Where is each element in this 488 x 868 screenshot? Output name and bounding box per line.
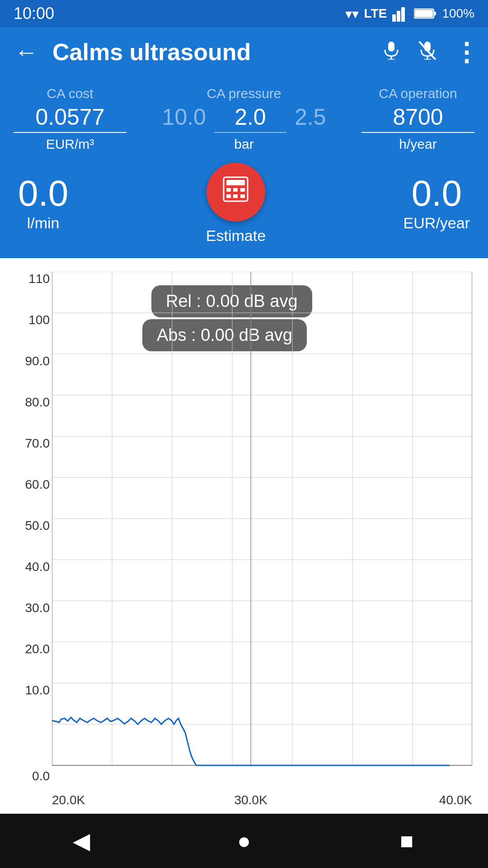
x-label-40k: 40.0K (439, 793, 472, 807)
signal-icon (392, 5, 408, 22)
header-panel: CA cost EUR/m³ CA pressure 10.0 2.5 bar … (0, 77, 488, 258)
y-label-110: 110 (28, 272, 50, 286)
flow-value: 0.0 (18, 175, 68, 212)
svg-rect-20 (240, 194, 245, 198)
estimate-label: Estimate (206, 227, 266, 245)
y-label-10: 10.0 (25, 683, 50, 698)
svg-rect-4 (434, 12, 436, 15)
svg-rect-6 (388, 42, 394, 52)
ca-cost-input[interactable] (14, 104, 127, 133)
ca-pressure-input[interactable] (214, 104, 286, 133)
y-label-60: 60.0 (25, 477, 50, 492)
chart-svg (52, 272, 472, 783)
ca-operation-label: CA operation (379, 86, 457, 101)
y-label-100: 100 (28, 313, 50, 327)
ca-pressure-unit: bar (234, 137, 253, 152)
chart-area: 110 100 90.0 80.0 70.0 60.0 50.0 40.0 30… (0, 258, 488, 837)
svg-rect-1 (397, 11, 400, 22)
y-label-50: 50.0 (25, 519, 50, 533)
battery-icon (414, 7, 436, 20)
svg-rect-15 (226, 188, 231, 192)
x-label-30k: 30.0K (234, 793, 267, 807)
svg-rect-0 (392, 14, 396, 22)
y-label-0: 0.0 (32, 769, 50, 783)
flow-result: 0.0 l/min (18, 175, 68, 232)
ca-operation-input-row (361, 104, 474, 133)
nav-bar: ◀ ● ■ (0, 814, 488, 868)
ca-cost-label: CA cost (47, 86, 93, 101)
results-row: 0.0 l/min (14, 163, 474, 245)
ca-pressure-label: CA pressure (206, 86, 281, 101)
calculator-icon (221, 175, 250, 210)
estimate-button-wrap: Estimate (206, 163, 266, 245)
ca-cost-input-row (14, 104, 127, 133)
ca-operation-unit: h/year (399, 137, 436, 152)
flow-unit: l/min (27, 214, 60, 232)
ca-pressure-field: CA pressure 10.0 2.5 bar (162, 86, 326, 152)
cost-value: 0.0 (412, 175, 462, 212)
top-app-bar: ← Calms ultrasound ⋮ (0, 27, 488, 77)
svg-rect-18 (226, 194, 231, 198)
y-label-30: 30.0 (25, 601, 50, 615)
svg-rect-2 (401, 7, 405, 22)
y-label-40: 40.0 (25, 560, 50, 574)
svg-rect-5 (415, 10, 433, 17)
back-button[interactable]: ← (11, 35, 42, 69)
ca-pressure-input-row: 10.0 2.5 (162, 104, 326, 133)
ca-pressure-hint: 10.0 (162, 104, 206, 130)
svg-rect-16 (233, 188, 238, 192)
nav-back-button[interactable]: ◀ (63, 823, 99, 859)
x-label-20k: 20.0K (52, 793, 85, 807)
y-label-80: 80.0 (25, 395, 50, 410)
ca-cost-field: CA cost EUR/m³ (14, 86, 127, 152)
more-options-icon[interactable]: ⋮ (454, 38, 477, 67)
mic-icon[interactable] (381, 40, 401, 64)
ca-fields-row: CA cost EUR/m³ CA pressure 10.0 2.5 bar … (14, 86, 474, 152)
mic-off-icon[interactable] (418, 40, 437, 64)
status-icons: ▾▾ LTE 100% (345, 5, 474, 22)
y-label-90: 90.0 (25, 354, 50, 368)
status-time: 10:00 (14, 4, 54, 23)
ca-operation-input[interactable] (361, 104, 474, 133)
svg-rect-19 (233, 194, 238, 198)
ca-operation-field: CA operation h/year (361, 86, 474, 152)
cost-unit: EUR/year (404, 214, 470, 232)
y-label-20: 20.0 (25, 642, 50, 656)
top-action-icons: ⋮ (381, 38, 477, 67)
nav-recents-button[interactable]: ■ (389, 823, 425, 859)
y-label-70: 70.0 (25, 436, 50, 451)
nav-home-button[interactable]: ● (226, 823, 262, 859)
chart-wrapper: 110 100 90.0 80.0 70.0 60.0 50.0 40.0 30… (52, 272, 472, 783)
estimate-button[interactable] (206, 163, 265, 222)
svg-rect-17 (240, 188, 245, 192)
signal-label: LTE (364, 6, 387, 21)
app-title: Calms ultrasound (52, 38, 371, 66)
battery-label: 100% (442, 6, 474, 21)
ca-pressure-secondary: 2.5 (295, 104, 326, 130)
svg-rect-14 (226, 180, 245, 185)
wifi-icon: ▾▾ (345, 6, 359, 22)
cost-result: 0.0 EUR/year (404, 175, 470, 232)
ca-cost-unit: EUR/m³ (46, 137, 94, 152)
status-bar: 10:00 ▾▾ LTE 100% (0, 0, 488, 27)
